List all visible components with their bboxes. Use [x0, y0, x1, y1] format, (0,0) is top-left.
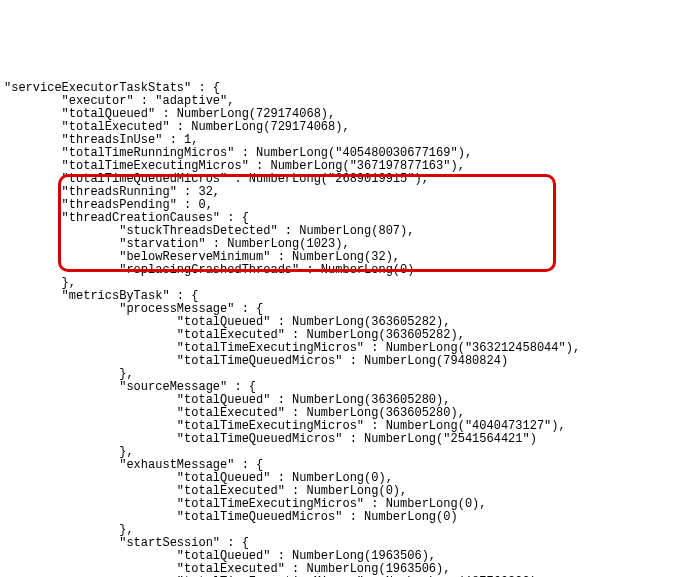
code-block: "serviceExecutorTaskStats" : { "executor…: [4, 56, 680, 577]
code-line: "replacingCrashedThreads" : NumberLong(0…: [4, 264, 680, 277]
